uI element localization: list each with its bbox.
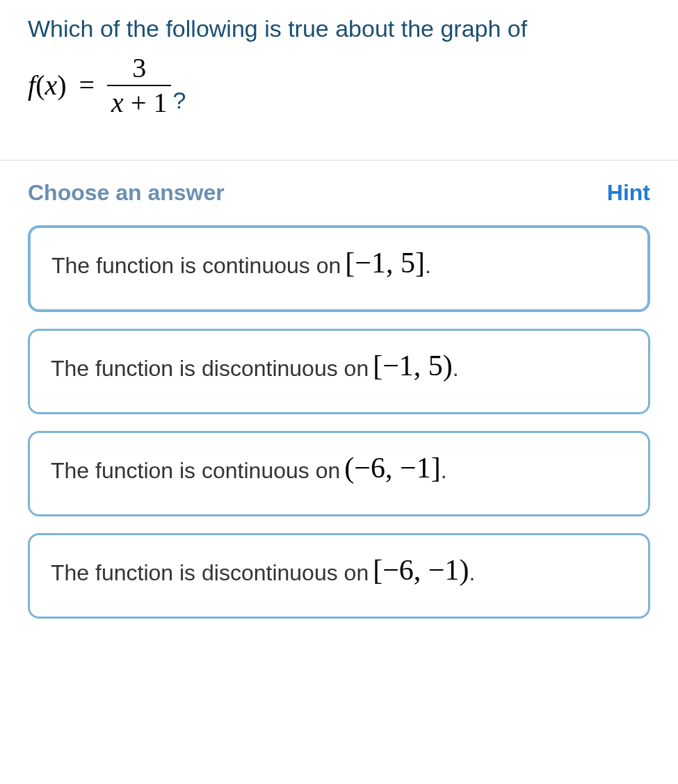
formula-lhs: f(x): [28, 69, 67, 101]
quiz-container: Which of the following is true about the…: [0, 0, 678, 619]
hint-button[interactable]: Hint: [607, 180, 650, 206]
answer-header: Choose an answer Hint: [28, 180, 650, 206]
choice-interval: [−6, −1): [373, 562, 469, 579]
choice-period: .: [453, 356, 459, 382]
question-formula: f(x) = 3 x + 1 ?: [28, 53, 650, 118]
question-mark: ?: [172, 87, 186, 114]
choice-text: The function is continuous on: [51, 458, 340, 484]
choice-text: The function is continuous on: [51, 253, 341, 279]
choice-period: .: [425, 253, 431, 279]
question-prompt: Which of the following is true about the…: [28, 13, 650, 46]
answer-section: Choose an answer Hint The function is co…: [0, 161, 678, 619]
formula-fraction: 3 x + 1: [107, 53, 171, 118]
choose-answer-label: Choose an answer: [28, 180, 225, 206]
answer-choice-b[interactable]: The function is discontinuous on [−1, 5)…: [28, 329, 650, 414]
choice-interval: [−1, 5]: [345, 254, 425, 272]
formula-equals: =: [79, 69, 95, 101]
choice-period: .: [469, 560, 476, 586]
answer-choice-d[interactable]: The function is discontinuous on [−6, −1…: [28, 533, 650, 619]
choice-interval: [−1, 5): [373, 357, 453, 375]
choice-text: The function is discontinuous on: [51, 356, 369, 382]
formula-denominator: x + 1: [107, 85, 171, 118]
choice-period: .: [441, 458, 447, 484]
answer-choice-c[interactable]: The function is continuous on (−6, −1] .: [28, 431, 650, 516]
choice-text: The function is discontinuous on: [51, 560, 369, 586]
choice-interval: (−6, −1]: [344, 459, 440, 477]
formula-numerator: 3: [129, 53, 149, 85]
question-section: Which of the following is true about the…: [0, 0, 678, 160]
answer-choice-a[interactable]: The function is continuous on [−1, 5] .: [28, 225, 650, 312]
